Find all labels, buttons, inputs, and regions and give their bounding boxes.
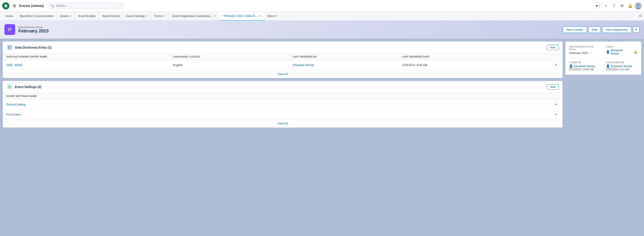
- page-header-actions: New Contact Edit New Opportunity ▼: [562, 27, 640, 33]
- tab-events[interactable]: Events ▼: [57, 12, 75, 21]
- language-cell: English: [169, 60, 289, 70]
- col-settings-name: Event Settings Name: [3, 93, 422, 99]
- data-dictionary-table: Data Dictionary Entry Name Language / Lo…: [3, 54, 562, 70]
- tab-event-registration[interactable]: Event Registration Submissio... ▼: [169, 12, 219, 21]
- created-by-date: 2/13/2023, 10:06 AM: [569, 68, 600, 71]
- tab-event-settings-chevron: ▼: [146, 15, 148, 17]
- detail-grid-2: Created By 👤 Elisabeth Wrede , 2/13/2023…: [569, 61, 638, 71]
- tab-blackthorn-label: Blackthorn | Events Admin: [20, 14, 54, 18]
- entry-name-link[interactable]: DDE -00000: [6, 63, 22, 67]
- last-modified-label: Last Modified By: [606, 61, 638, 64]
- created-by-user-icon: 👤: [569, 64, 573, 68]
- table-row: DDE -00000 English Elisabeth Wrede 1/29/…: [3, 60, 562, 70]
- edit-button[interactable]: Edit: [588, 27, 601, 33]
- list-item: Default Setting ▼: [3, 99, 562, 110]
- main-content: Data Dictionary Entry (1) New Data Dicti…: [0, 39, 644, 236]
- row-action-button[interactable]: ▼: [554, 62, 559, 68]
- tab-event-registration-chevron: ▼: [214, 15, 216, 17]
- event-settings-title: Event Settings (2): [15, 85, 41, 89]
- data-dictionary-entry-title: Data Dictionary Entry (1): [15, 46, 52, 49]
- tab-event-settings-label: Event Settings: [126, 14, 145, 18]
- top-nav-right: ★ ▼ ＋ ? ⚙ 🔔: [594, 2, 642, 10]
- owner-value[interactable]: Elisabeth Wrede: [611, 49, 632, 55]
- tab-event-wizard-label: Event Wizard: [102, 14, 120, 18]
- add-button[interactable]: ＋: [602, 2, 610, 10]
- top-nav: ⊞ Events (Admin) 🔍 ★ ▼ ＋ ? ⚙ 🔔: [0, 0, 644, 12]
- tab-more-label: More: [268, 14, 274, 18]
- field-edit-icon[interactable]: ✏: [590, 52, 592, 55]
- col-actions-header: [519, 54, 562, 60]
- bell-button[interactable]: 🔔: [626, 2, 634, 10]
- favorites-button[interactable]: ★ ▼: [594, 3, 602, 9]
- dd-group-name-label: Data Dictionary Group Name: [569, 45, 600, 51]
- app-name: Events (Admin): [19, 4, 44, 8]
- tab-events-label: Events: [60, 14, 69, 18]
- data-dictionary-entry-card: Data Dictionary Entry (1) New Data Dicti…: [3, 42, 562, 78]
- modified-date-cell: 1/29/2024, 8:38 AM: [398, 60, 519, 70]
- setup-button[interactable]: ⚙: [618, 2, 626, 10]
- svg-rect-7: [8, 29, 12, 30]
- tab-february-2023[interactable]: * February 2023 | Data Di... ✕: [219, 12, 265, 21]
- svg-rect-6: [8, 28, 12, 29]
- settings-row-action-button[interactable]: ▼: [554, 112, 559, 117]
- detail-card: Data Dictionary Group Name February 2023…: [565, 42, 641, 75]
- tab-more-button[interactable]: More ▼: [265, 12, 280, 21]
- tab-february-label: * February 2023 | Data Di...: [222, 14, 258, 18]
- tab-forms-label: Forms: [154, 14, 162, 18]
- help-button[interactable]: ?: [610, 2, 618, 10]
- page-header-left: Data Dictionary Group February 2023: [4, 24, 49, 35]
- tab-blackthorn-events-admin[interactable]: Blackthorn | Events Admin: [16, 12, 57, 21]
- search-bar: 🔍: [48, 3, 124, 9]
- edit-nav-icon[interactable]: ✏: [637, 13, 644, 20]
- right-panel: Data Dictionary Group Name February 2023…: [565, 42, 641, 236]
- data-dictionary-view-all-link[interactable]: View All: [278, 72, 288, 76]
- owner-row: 👤 Elisabeth Wrede 🔒: [606, 49, 638, 55]
- data-dictionary-new-button[interactable]: New: [547, 45, 559, 50]
- tab-home[interactable]: Home: [2, 12, 16, 21]
- col-settings-actions: [422, 93, 562, 99]
- event-settings-table: Event Settings Name Default Setting ▼ Fr…: [3, 93, 562, 119]
- tab-event-builder[interactable]: Event Builder: [75, 12, 99, 21]
- new-contact-button[interactable]: New Contact: [562, 27, 587, 33]
- detail-separator: [569, 58, 638, 58]
- settings-row-action-button[interactable]: ▼: [554, 102, 559, 107]
- data-dictionary-icon: [6, 44, 13, 51]
- last-modified-value[interactable]: Elisabeth Wrede: [611, 65, 632, 68]
- app-logo[interactable]: [2, 2, 10, 10]
- col-language: Language / Locale: [169, 54, 289, 60]
- actions-dropdown-button[interactable]: ▼: [633, 27, 640, 33]
- grid-icon[interactable]: ⊞: [11, 3, 18, 9]
- col-modified-by: Last Modified By: [289, 54, 398, 60]
- search-input[interactable]: [48, 3, 124, 9]
- event-settings-view-all: View All: [3, 119, 562, 127]
- owner-lock-icon[interactable]: 🔒: [634, 50, 638, 54]
- search-icon: 🔍: [50, 4, 54, 8]
- page-subtitle: Data Dictionary Group: [18, 26, 49, 29]
- dd-group-name-field: Data Dictionary Group Name February 2023…: [569, 45, 600, 55]
- question-icon: ?: [613, 4, 615, 8]
- tab-event-wizard[interactable]: Event Wizard: [99, 12, 123, 21]
- page-title: February 2023: [18, 29, 49, 34]
- settings-name-link[interactable]: Default Setting: [6, 103, 26, 106]
- tab-event-settings[interactable]: Event Settings ▼: [123, 12, 152, 21]
- created-by-field: Created By 👤 Elisabeth Wrede , 2/13/2023…: [569, 61, 600, 71]
- data-dictionary-entry-header: Data Dictionary Entry (1) New: [3, 42, 562, 54]
- card-header-left: Data Dictionary Entry (1): [6, 44, 52, 51]
- data-dictionary-view-all: View All: [3, 70, 562, 78]
- created-by-value[interactable]: Elisabeth Wrede: [574, 65, 595, 68]
- left-panel: Data Dictionary Entry (1) New Data Dicti…: [3, 42, 562, 236]
- event-settings-new-button[interactable]: New: [547, 84, 559, 90]
- col-entry-name: Data Dictionary Entry Name: [3, 54, 169, 60]
- event-settings-view-all-link[interactable]: View All: [278, 122, 288, 125]
- avatar[interactable]: [634, 2, 642, 10]
- detail-grid: Data Dictionary Group Name February 2023…: [569, 45, 638, 55]
- last-modified-row: 👤 Elisabeth Wrede ,: [606, 64, 638, 68]
- tab-forms[interactable]: Forms ▼: [151, 12, 169, 21]
- tab-close-icon[interactable]: ✕: [260, 14, 262, 18]
- created-by-label: Created By: [569, 61, 600, 64]
- last-modified-date: 1/29/2024, 8:37 AM: [606, 68, 638, 71]
- modified-by-link[interactable]: Elisabeth Wrede: [293, 63, 314, 67]
- settings-name-link[interactable]: Fruit Event: [6, 113, 20, 116]
- new-opportunity-button[interactable]: New Opportunity: [602, 27, 632, 33]
- tab-events-chevron: ▼: [70, 15, 72, 17]
